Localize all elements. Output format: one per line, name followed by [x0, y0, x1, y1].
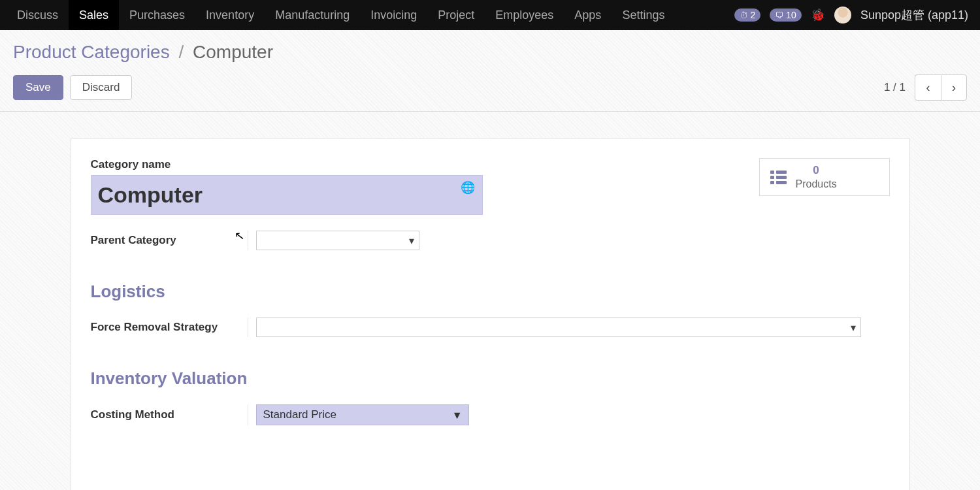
- message-icon: [775, 10, 783, 20]
- nav-manufacturing[interactable]: Manufacturing: [265, 0, 360, 30]
- username[interactable]: Sunpop超管 (app11): [860, 7, 968, 23]
- force-removal-input[interactable]: [256, 318, 861, 337]
- nav-discuss[interactable]: Discuss: [7, 0, 69, 30]
- breadcrumb: Product Categories / Computer: [13, 42, 967, 63]
- activities-badge[interactable]: 2: [734, 8, 761, 22]
- pager-text: 1 / 1: [884, 81, 906, 94]
- main-menu: Discuss Sales Purchases Inventory Manufa…: [0, 0, 980, 30]
- action-buttons: Save Discard: [13, 75, 132, 100]
- pager-prev-button[interactable]: ‹: [915, 74, 941, 101]
- avatar[interactable]: [834, 7, 851, 24]
- clock-icon: [740, 10, 748, 20]
- breadcrumb-sep: /: [178, 42, 184, 62]
- chevron-left-icon: ‹: [926, 81, 930, 95]
- pager-next-button[interactable]: ›: [941, 74, 967, 101]
- products-label: Products: [796, 178, 837, 189]
- breadcrumb-current: Computer: [193, 42, 273, 62]
- save-button[interactable]: Save: [13, 75, 63, 100]
- nav-purchases[interactable]: Purchases: [119, 0, 195, 30]
- breadcrumb-parent[interactable]: Product Categories: [13, 42, 170, 62]
- globe-icon[interactable]: 🌐: [461, 180, 475, 195]
- costing-method-label: Costing Method: [91, 408, 248, 421]
- inventory-valuation-title: Inventory Valuation: [91, 368, 890, 389]
- parent-category-input[interactable]: [256, 231, 419, 250]
- nav-project[interactable]: Project: [427, 0, 485, 30]
- logistics-title: Logistics: [91, 282, 890, 302]
- debug-icon[interactable]: 🐞: [811, 8, 825, 22]
- nav-invoicing[interactable]: Invoicing: [360, 0, 427, 30]
- nav-apps[interactable]: Apps: [564, 0, 612, 30]
- activities-count: 2: [751, 10, 756, 20]
- control-panel: Product Categories / Computer Save Disca…: [0, 30, 980, 112]
- products-count: 0: [813, 164, 819, 176]
- force-removal-label: Force Removal Strategy: [91, 321, 248, 334]
- nav-sales[interactable]: Sales: [69, 0, 119, 30]
- chevron-right-icon: ›: [952, 81, 956, 95]
- category-name-label: Category name: [91, 158, 483, 171]
- discard-button[interactable]: Discard: [70, 75, 133, 100]
- nav-settings[interactable]: Settings: [612, 0, 675, 30]
- nav-inventory[interactable]: Inventory: [195, 0, 265, 30]
- messages-badge[interactable]: 10: [770, 8, 802, 22]
- form-sheet: Category name 🌐 0 Products Parent Catego…: [71, 138, 910, 490]
- nav-items: Discuss Sales Purchases Inventory Manufa…: [7, 0, 675, 30]
- messages-count: 10: [786, 10, 796, 20]
- pager: 1 / 1 ‹ ›: [884, 74, 967, 101]
- nav-employees[interactable]: Employees: [485, 0, 564, 30]
- parent-category-label: Parent Category: [91, 234, 248, 247]
- systray: 2 10 🐞 Sunpop超管 (app11): [734, 7, 973, 24]
- list-icon: [770, 171, 787, 184]
- products-stat-button[interactable]: 0 Products: [759, 158, 890, 196]
- costing-method-select[interactable]: [256, 404, 469, 425]
- category-name-input[interactable]: [91, 175, 483, 215]
